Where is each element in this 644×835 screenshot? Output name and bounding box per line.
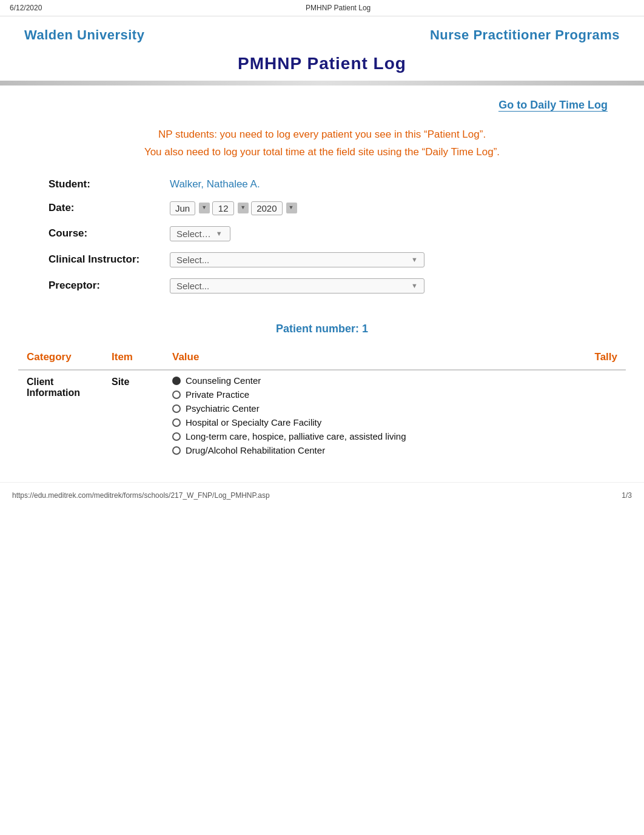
preceptor-select-arrow: ▼	[411, 282, 418, 289]
col-tally: Tally	[577, 345, 626, 370]
browser-tab-title: PMHNP Patient Log	[306, 4, 371, 12]
browser-date: 6/12/2020	[10, 4, 42, 12]
date-month[interactable]: Jun	[170, 201, 195, 215]
list-item[interactable]: Counseling Center	[172, 375, 569, 386]
table-row: Client InformationSiteCounseling CenterP…	[18, 370, 626, 464]
list-item[interactable]: Hospital or Specialty Care Facility	[172, 417, 569, 428]
date-year-dropdown[interactable]	[286, 203, 297, 213]
item-cell: Site	[103, 370, 164, 464]
list-item[interactable]: Private Practice	[172, 389, 569, 400]
footer-page: 1/3	[622, 491, 632, 500]
daily-log-link[interactable]: Go to Daily Time Log	[498, 99, 608, 112]
date-day[interactable]: 12	[212, 201, 234, 215]
preceptor-label: Preceptor:	[49, 280, 170, 292]
radio-icon[interactable]	[172, 391, 181, 399]
patient-log-table: Category Item Value Tally Client Informa…	[18, 345, 626, 464]
instructor-row: Clinical Instructor: Select... ▼	[49, 252, 608, 267]
col-item: Item	[103, 345, 164, 370]
col-category: Category	[18, 345, 103, 370]
preceptor-select[interactable]: Select... ▼	[170, 278, 424, 293]
value-label: Counseling Center	[186, 375, 261, 386]
page-title: PMHNP Patient Log	[0, 48, 644, 77]
date-year[interactable]: 2020	[251, 201, 282, 215]
radio-icon[interactable]	[172, 404, 181, 413]
value-label: Private Practice	[186, 389, 249, 400]
info-line2: You also need to log your total time at …	[36, 144, 608, 161]
tally-cell	[577, 370, 626, 464]
patient-number-row: Patient number: 1	[0, 317, 644, 345]
radio-icon[interactable]	[172, 432, 181, 441]
table-body: Client InformationSiteCounseling CenterP…	[18, 370, 626, 464]
value-list: Counseling CenterPrivate PracticePsychia…	[172, 375, 569, 455]
list-item[interactable]: Psychiatric Center	[172, 403, 569, 414]
info-line1: NP students: you need to log every patie…	[36, 126, 608, 144]
patient-number-label: Patient number:	[276, 323, 359, 335]
course-select-arrow: ▼	[216, 230, 223, 237]
instructor-label: Clinical Instructor:	[49, 253, 170, 266]
date-select[interactable]: Jun 12 2020	[170, 201, 297, 215]
date-month-dropdown[interactable]	[199, 203, 210, 213]
daily-log-link-container: Go to Daily Time Log	[0, 86, 644, 115]
np-programs-title: Nurse Practitioner Programs	[430, 27, 620, 43]
info-text: NP students: you need to log every patie…	[0, 115, 644, 172]
student-label: Student:	[49, 178, 170, 190]
divider-bar	[0, 81, 644, 86]
value-label: Hospital or Specialty Care Facility	[186, 417, 321, 428]
date-day-dropdown[interactable]	[238, 203, 249, 213]
value-cell: Counseling CenterPrivate PracticePsychia…	[164, 370, 577, 464]
date-row: Date: Jun 12 2020	[49, 201, 608, 215]
table-header: Category Item Value Tally	[18, 345, 626, 370]
radio-icon[interactable]	[172, 418, 181, 427]
header-row: Walden University Nurse Practitioner Pro…	[0, 16, 644, 48]
form-section: Student: Walker, Nathalee A. Date: Jun 1…	[0, 172, 644, 317]
instructor-select-value: Select...	[176, 255, 209, 265]
list-item[interactable]: Drug/Alcohol Rehabilitation Center	[172, 445, 569, 455]
footer-bar: https://edu.meditrek.com/meditrek/forms/…	[0, 482, 644, 508]
date-label: Date:	[49, 202, 170, 214]
preceptor-row: Preceptor: Select... ▼	[49, 278, 608, 293]
course-row: Course: Select… ▼	[49, 226, 608, 241]
course-select-value: Select…	[176, 229, 211, 239]
course-select[interactable]: Select… ▼	[170, 226, 230, 241]
student-row: Student: Walker, Nathalee A.	[49, 178, 608, 190]
student-value: Walker, Nathalee A.	[170, 178, 260, 190]
instructor-select[interactable]: Select... ▼	[170, 252, 424, 267]
walden-university-title: Walden University	[24, 27, 144, 43]
preceptor-select-value: Select...	[176, 281, 209, 291]
table-section: Category Item Value Tally Client Informa…	[0, 345, 644, 464]
browser-bar: 6/12/2020 PMHNP Patient Log	[0, 0, 644, 16]
value-label: Long-term care, hospice, palliative care…	[186, 431, 406, 441]
category-cell: Client Information	[18, 370, 103, 464]
value-label: Psychiatric Center	[186, 403, 260, 414]
col-value: Value	[164, 345, 577, 370]
patient-number-value: 1	[362, 323, 368, 335]
radio-icon[interactable]	[172, 446, 181, 455]
instructor-select-arrow: ▼	[411, 256, 418, 263]
course-label: Course:	[49, 227, 170, 240]
list-item[interactable]: Long-term care, hospice, palliative care…	[172, 431, 569, 441]
footer-url: https://edu.meditrek.com/meditrek/forms/…	[12, 491, 270, 500]
radio-icon[interactable]	[172, 377, 181, 385]
value-label: Drug/Alcohol Rehabilitation Center	[186, 445, 325, 455]
